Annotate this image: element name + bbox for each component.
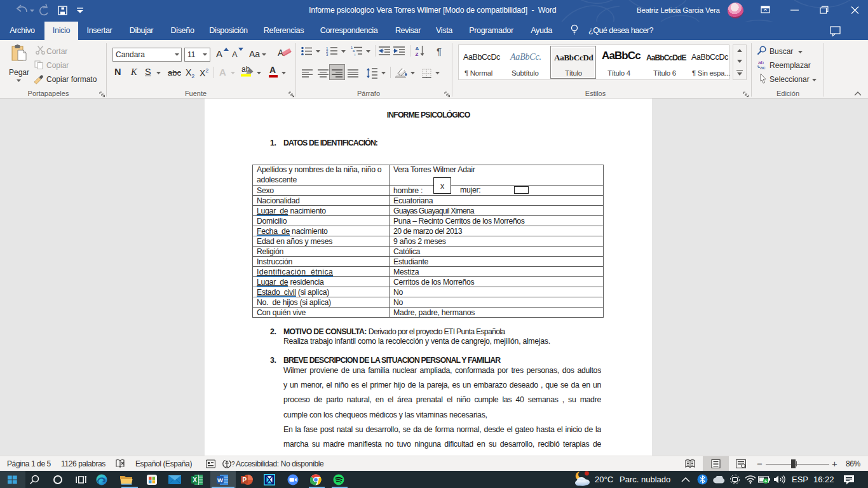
svg-text:ac: ac <box>760 65 765 70</box>
svg-text:?: ? <box>231 461 235 468</box>
svg-text:3: 3 <box>326 52 329 57</box>
svg-text:i: i <box>355 53 355 57</box>
svg-text:A: A <box>416 46 419 51</box>
svg-text:P: P <box>243 477 247 484</box>
svg-text:W: W <box>217 477 223 484</box>
svg-text:X: X <box>193 477 197 484</box>
svg-text:Z: Z <box>416 51 419 57</box>
